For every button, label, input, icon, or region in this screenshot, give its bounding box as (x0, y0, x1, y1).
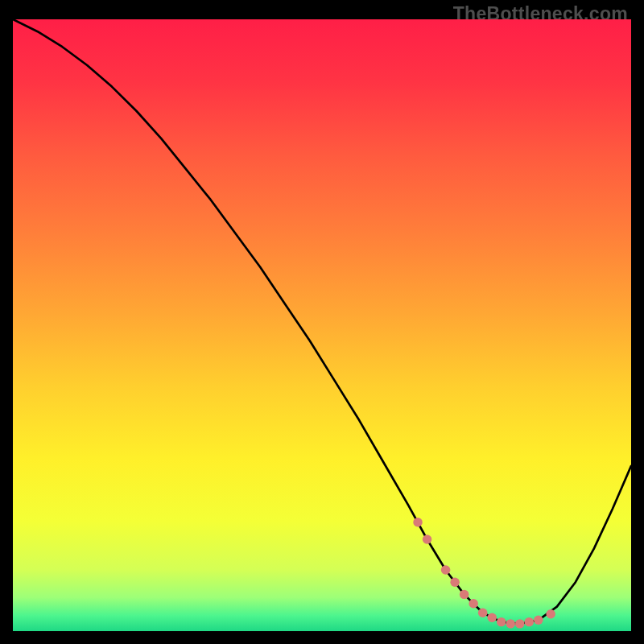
highlight-dot (469, 599, 478, 608)
highlight-dot (441, 565, 451, 574)
highlight-dot (497, 617, 506, 626)
highlight-dot (478, 609, 488, 617)
highlight-dot (487, 613, 497, 622)
highlight-dot (450, 578, 460, 587)
highlight-dot (413, 518, 423, 526)
highlight-dots (413, 518, 555, 629)
plot-frame (13, 19, 631, 631)
highlight-dot (525, 617, 535, 626)
highlight-dot (515, 619, 525, 628)
plot-area (13, 19, 631, 631)
highlight-dot (546, 609, 555, 618)
highlight-dot (460, 590, 469, 599)
highlight-dot (506, 619, 515, 628)
chart-stage: TheBottleneck.com (0, 0, 644, 644)
curve-layer (13, 19, 631, 631)
highlight-dot (534, 616, 543, 625)
bottleneck-curve (13, 19, 631, 624)
highlight-dot (423, 535, 432, 543)
